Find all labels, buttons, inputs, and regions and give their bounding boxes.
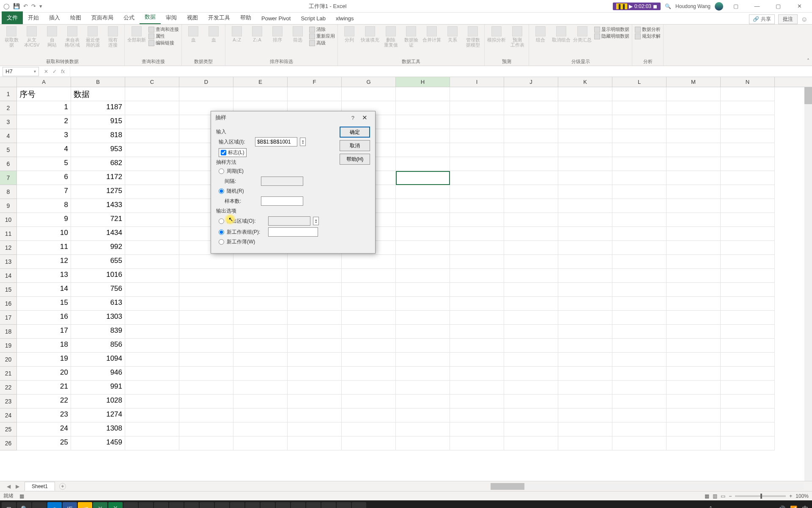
taskbar-app[interactable]: ● bbox=[245, 502, 260, 508]
cell[interactable] bbox=[558, 283, 612, 297]
cell[interactable]: 756 bbox=[71, 283, 125, 297]
cell[interactable] bbox=[288, 353, 342, 367]
cell[interactable] bbox=[396, 339, 450, 353]
tab-Script Lab[interactable]: Script Lab bbox=[296, 13, 331, 24]
cell[interactable] bbox=[450, 367, 504, 381]
row-header[interactable]: 4 bbox=[0, 129, 17, 143]
zoom-level[interactable]: 100% bbox=[796, 493, 809, 499]
cell[interactable] bbox=[233, 395, 288, 409]
cell[interactable] bbox=[504, 213, 558, 227]
cell[interactable]: 12 bbox=[17, 255, 71, 269]
cell[interactable] bbox=[125, 255, 179, 269]
cell[interactable] bbox=[450, 213, 504, 227]
cell[interactable] bbox=[504, 227, 558, 241]
cell[interactable]: 946 bbox=[71, 367, 125, 381]
cell[interactable] bbox=[179, 367, 233, 381]
cell[interactable] bbox=[504, 255, 558, 269]
ribbon-item[interactable]: 显示明细数据 bbox=[594, 26, 629, 33]
ribbon-item[interactable]: 来自表 格/区域 bbox=[63, 26, 81, 47]
cell[interactable] bbox=[612, 353, 667, 367]
cell[interactable]: 4 bbox=[17, 143, 71, 157]
cell[interactable]: 21 bbox=[17, 381, 71, 395]
ribbon-item[interactable]: 最近使 用的源 bbox=[84, 26, 102, 47]
cell[interactable]: 11 bbox=[17, 241, 71, 255]
cell[interactable] bbox=[612, 143, 667, 157]
cell[interactable] bbox=[396, 199, 450, 213]
cell[interactable] bbox=[721, 199, 775, 213]
cell[interactable] bbox=[504, 143, 558, 157]
cell[interactable] bbox=[504, 269, 558, 283]
cell[interactable] bbox=[612, 339, 667, 353]
cell[interactable] bbox=[125, 353, 179, 367]
cell[interactable] bbox=[450, 297, 504, 311]
cell[interactable] bbox=[450, 171, 504, 185]
sample-count-field[interactable] bbox=[261, 196, 303, 206]
row-header[interactable]: 23 bbox=[0, 395, 17, 409]
cell[interactable] bbox=[558, 185, 612, 199]
cell[interactable]: 992 bbox=[71, 241, 125, 255]
cell[interactable] bbox=[667, 143, 721, 157]
cell[interactable] bbox=[342, 311, 396, 325]
cell[interactable] bbox=[179, 436, 233, 450]
cell[interactable] bbox=[504, 367, 558, 381]
row-header[interactable]: 12 bbox=[0, 241, 17, 255]
cell[interactable] bbox=[504, 241, 558, 255]
cell[interactable] bbox=[667, 101, 721, 115]
cell[interactable] bbox=[612, 395, 667, 409]
column-header[interactable]: J bbox=[504, 77, 558, 87]
cell[interactable] bbox=[667, 227, 721, 241]
cell[interactable] bbox=[396, 157, 450, 171]
row-header[interactable]: 7 bbox=[0, 171, 17, 185]
autosave-icon[interactable]: ◯ bbox=[3, 3, 10, 9]
cell[interactable] bbox=[721, 241, 775, 255]
cell[interactable] bbox=[558, 367, 612, 381]
cell[interactable] bbox=[288, 339, 342, 353]
cell[interactable] bbox=[612, 115, 667, 129]
cell[interactable] bbox=[667, 115, 721, 129]
cell[interactable] bbox=[396, 115, 450, 129]
cell[interactable]: 1028 bbox=[71, 395, 125, 409]
undo-icon[interactable]: ↶ bbox=[23, 3, 28, 9]
column-header[interactable]: M bbox=[667, 77, 721, 87]
cell[interactable] bbox=[179, 381, 233, 395]
cell[interactable] bbox=[233, 297, 288, 311]
ribbon-item[interactable]: 现有 连接 bbox=[104, 26, 122, 47]
cell[interactable]: 1434 bbox=[71, 227, 125, 241]
cell[interactable] bbox=[667, 395, 721, 409]
cell[interactable] bbox=[125, 381, 179, 395]
ribbon-item[interactable]: 快速填充 bbox=[361, 26, 379, 42]
cell[interactable]: 1172 bbox=[71, 171, 125, 185]
cell[interactable] bbox=[504, 436, 558, 450]
cell[interactable]: 1303 bbox=[71, 311, 125, 325]
cell[interactable] bbox=[612, 199, 667, 213]
cell[interactable] bbox=[288, 436, 342, 450]
tab-xlwings[interactable]: xlwings bbox=[331, 13, 359, 24]
cell[interactable] bbox=[233, 381, 288, 395]
new-worksheet-radio[interactable] bbox=[219, 229, 224, 235]
output-range-field[interactable] bbox=[268, 216, 310, 226]
cancel-formula-icon[interactable]: ✕ bbox=[44, 69, 48, 75]
row-header[interactable]: 19 bbox=[0, 339, 17, 353]
cell[interactable]: 721 bbox=[71, 213, 125, 227]
ribbon-options-icon[interactable]: ▢ bbox=[727, 3, 744, 9]
cell[interactable] bbox=[233, 311, 288, 325]
taskbar-app[interactable]: X bbox=[93, 502, 107, 508]
cell[interactable] bbox=[396, 185, 450, 199]
row-header[interactable]: 14 bbox=[0, 269, 17, 283]
cell[interactable]: 序号 bbox=[17, 87, 71, 101]
cancel-button[interactable]: 取消 bbox=[340, 140, 370, 151]
cell[interactable] bbox=[396, 255, 450, 269]
tab-开发工具[interactable]: 开发工具 bbox=[203, 11, 235, 24]
cell[interactable] bbox=[667, 353, 721, 367]
cell[interactable]: 1187 bbox=[71, 101, 125, 115]
ribbon-item[interactable]: 关系 bbox=[444, 26, 461, 42]
cell[interactable] bbox=[125, 283, 179, 297]
ribbon-item[interactable]: 隐藏明细数据 bbox=[594, 33, 629, 39]
ok-button[interactable]: 确定 bbox=[340, 127, 370, 138]
cell[interactable] bbox=[233, 409, 288, 422]
column-header[interactable]: A bbox=[17, 77, 71, 87]
cell[interactable] bbox=[396, 171, 450, 185]
cell[interactable] bbox=[450, 381, 504, 395]
cell[interactable] bbox=[558, 199, 612, 213]
tray-icon[interactable]: 中 bbox=[800, 502, 810, 508]
